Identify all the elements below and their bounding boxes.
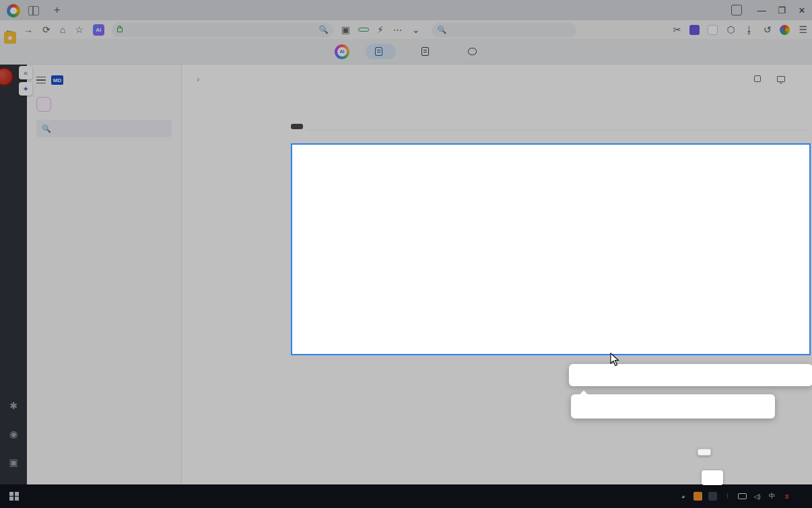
- chevron-down-icon[interactable]: ⌄: [412, 24, 420, 35]
- ai-assistant-icon[interactable]: AI: [93, 24, 104, 36]
- reload-icon[interactable]: ⟳: [42, 24, 50, 35]
- ask-chat-icon: [468, 48, 477, 55]
- magic-wand-button[interactable]: ✦: [19, 82, 32, 96]
- document-page: [303, 94, 812, 484]
- mouse-cursor: [610, 353, 620, 367]
- history-icon[interactable]: ↺: [764, 24, 772, 35]
- taskbar: ◕ 𝄀 ◁) 中 S: [0, 484, 812, 508]
- breadcrumb-separator: ›: [197, 75, 199, 84]
- system-tray: ◕ 𝄀 ◁) 中 S: [679, 484, 812, 508]
- tray-chevron-icon[interactable]: ◕: [679, 492, 687, 501]
- forward-icon[interactable]: →: [24, 24, 33, 35]
- rail-bottom: ✱ ◉ ▣: [9, 400, 18, 484]
- doc-sidebar: MD 🔍: [27, 65, 182, 484]
- open-file-button[interactable]: [358, 28, 369, 32]
- summary-doc-icon: [421, 47, 429, 56]
- more-dots-icon[interactable]: ⋯: [393, 24, 403, 35]
- original-doc-icon: [375, 47, 382, 56]
- quick-search-box[interactable]: 🔍: [432, 23, 576, 37]
- tab-strip: + — ❐ ✕: [0, 0, 812, 20]
- toolbar-right: ✂ ⬡ ⭳ ↺ ☰: [669, 24, 812, 35]
- home-icon[interactable]: ⌂: [60, 24, 65, 35]
- menu-icon[interactable]: ☰: [799, 24, 807, 35]
- input-method-bar: [702, 470, 723, 485]
- collapse-sidebar-button[interactable]: «: [19, 66, 32, 79]
- fullscreen-button[interactable]: [754, 75, 764, 84]
- screen: + — ❐ ✕ ← → ⟳ ⌂ ☆ AI 🔍 ▣ ⚡ ⋯: [0, 0, 812, 508]
- window-controls: — ❐ ✕: [731, 0, 812, 20]
- sidebar-menu-icon[interactable]: [36, 77, 46, 83]
- snip-size-label: [291, 124, 303, 129]
- tab-ask[interactable]: [459, 44, 490, 59]
- tab-summary[interactable]: [412, 44, 442, 59]
- extensions-puzzle-icon[interactable]: ⬡: [726, 24, 735, 35]
- scissors-icon[interactable]: ✂: [673, 24, 681, 35]
- ai-logo-icon: [335, 44, 349, 59]
- browser-menu-logo-icon[interactable]: [780, 25, 790, 35]
- tray-tooltip: [698, 449, 711, 456]
- md-logo-icon: MD: [51, 75, 63, 85]
- address-bar[interactable]: 🔍: [112, 23, 334, 37]
- fullscreen-icon: [754, 75, 761, 82]
- viewer-bar: [0, 39, 812, 65]
- red-seal-badge[interactable]: [0, 67, 13, 86]
- toc-panel: [182, 132, 303, 484]
- main-panel: ›: [182, 65, 812, 484]
- tray-sogou-icon[interactable]: S: [782, 492, 791, 501]
- monitor-icon: [777, 76, 785, 82]
- windows-logo-icon: [9, 492, 19, 501]
- start-button[interactable]: [0, 484, 28, 508]
- history-clock-icon[interactable]: ◉: [9, 429, 18, 439]
- app-area: ✱ ◉ ▣ « ✦ MD 🔍: [0, 65, 812, 484]
- editor-toolbar: [307, 113, 805, 131]
- maximize-button[interactable]: ❐: [772, 0, 792, 20]
- extension-white-icon[interactable]: [708, 25, 718, 35]
- workbench-icon[interactable]: ▣: [9, 457, 18, 468]
- page-zoom-icon[interactable]: 🔍: [318, 25, 328, 34]
- tab-original[interactable]: [366, 44, 396, 59]
- tray-ime-icon[interactable]: 中: [768, 492, 776, 501]
- image-icon[interactable]: ▣: [341, 24, 350, 35]
- left-rail: ✱ ◉ ▣: [0, 65, 27, 484]
- sidebar-header: MD: [27, 65, 181, 92]
- search-icon: 🔍: [438, 26, 447, 34]
- lock-icon: [117, 28, 123, 32]
- split-view-icon[interactable]: [28, 6, 39, 15]
- bookmark-star-icon[interactable]: ☆: [75, 24, 83, 35]
- browser-toolbar: ← → ⟳ ⌂ ☆ AI 🔍 ▣ ⚡ ⋯ ⌄ 🔍 ✂: [0, 20, 812, 39]
- tray-volume-icon[interactable]: ◁): [753, 492, 762, 501]
- plugin-icon[interactable]: ✱: [9, 400, 18, 411]
- tray-shield-icon[interactable]: [708, 492, 717, 501]
- download-icon[interactable]: ⭳: [745, 24, 754, 35]
- browser-logo-icon[interactable]: [7, 4, 20, 17]
- toc-title[interactable]: [182, 132, 303, 144]
- lightning-icon[interactable]: ⚡: [377, 24, 384, 35]
- extension-purple-icon[interactable]: [689, 25, 700, 35]
- tray-display-icon[interactable]: [738, 493, 747, 499]
- snip-toolbar: [569, 364, 812, 386]
- tray-microphone-icon[interactable]: 𝄀: [723, 492, 732, 501]
- snip-color-panel: [571, 394, 775, 419]
- close-button[interactable]: ✕: [792, 0, 812, 20]
- directory-label: [27, 147, 181, 156]
- pinned-star-icon[interactable]: ★: [4, 32, 16, 44]
- new-tab-button[interactable]: +: [54, 4, 60, 16]
- knowledge-search-input[interactable]: 🔍: [36, 120, 172, 137]
- tab-count-badge[interactable]: [731, 5, 742, 15]
- tray-orange-app-icon[interactable]: [693, 492, 702, 501]
- present-mode-button[interactable]: [777, 75, 788, 84]
- search-icon: 🔍: [42, 124, 51, 133]
- minimize-button[interactable]: —: [751, 0, 772, 20]
- breadcrumb: ›: [182, 65, 812, 94]
- workspace-avatar: [36, 97, 51, 112]
- workspace-row[interactable]: [27, 92, 181, 120]
